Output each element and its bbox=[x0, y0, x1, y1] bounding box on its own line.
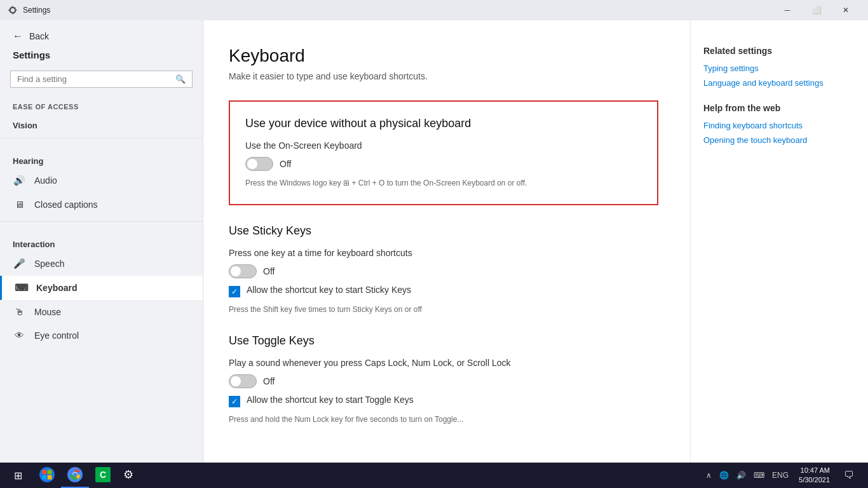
toggle-keys-toggle[interactable] bbox=[229, 374, 257, 388]
maximize-button[interactable]: ⬜ bbox=[802, 0, 831, 20]
help-title: Help from the web bbox=[703, 103, 855, 113]
page-subtitle: Make it easier to type and use keyboard … bbox=[229, 71, 658, 81]
vision-category: Vision bbox=[0, 113, 203, 133]
speech-icon: 🎤 bbox=[13, 258, 25, 269]
sticky-keys-toggle-state: Off bbox=[263, 266, 275, 276]
tray-network[interactable]: 🌐 bbox=[717, 471, 731, 480]
speech-label: Speech bbox=[34, 259, 64, 269]
windows-icon bbox=[41, 469, 53, 480]
sidebar-item-speech[interactable]: 🎤 Speech bbox=[0, 252, 203, 276]
toggle-keys-heading: Use Toggle Keys bbox=[229, 334, 658, 348]
chrome-svg bbox=[69, 468, 81, 481]
toggle-keys-section: Use Toggle Keys Play a sound whenever yo… bbox=[229, 334, 658, 425]
divider-hearing bbox=[0, 138, 203, 139]
titlebar: Settings ─ ⬜ ✕ bbox=[0, 0, 868, 20]
close-button[interactable]: ✕ bbox=[831, 0, 860, 20]
ease-of-access-label: Ease of Access bbox=[0, 98, 203, 113]
sticky-keys-checkbox[interactable]: ✓ bbox=[229, 286, 240, 297]
on-screen-heading: Use your device without a physical keybo… bbox=[245, 117, 642, 130]
typing-settings-link[interactable]: Typing settings bbox=[703, 64, 855, 73]
back-arrow-icon: ← bbox=[13, 30, 23, 42]
start-icon: ⊞ bbox=[14, 470, 22, 482]
tray-keyboard[interactable]: ⌨ bbox=[751, 471, 767, 480]
checkmark-icon: ✓ bbox=[231, 287, 238, 296]
closed-captions-label: Closed captions bbox=[34, 200, 98, 210]
sticky-keys-toggle-row: Off bbox=[229, 264, 658, 278]
on-screen-toggle-state: Off bbox=[280, 159, 291, 169]
main-content: Keyboard Make it easier to type and use … bbox=[203, 20, 690, 463]
sidebar-item-keyboard[interactable]: ⌨ Keyboard bbox=[0, 276, 203, 300]
toggle-keys-toggle-row: Off bbox=[229, 374, 658, 388]
touch-keyboard-link[interactable]: Opening the touch keyboard bbox=[703, 135, 855, 145]
sidebar-item-audio[interactable]: 🔊 Audio bbox=[0, 168, 203, 193]
finding-shortcuts-link[interactable]: Finding keyboard shortcuts bbox=[703, 121, 855, 130]
on-screen-toggle-label: Use the On-Screen Keyboard bbox=[245, 140, 642, 151]
toggle-checkmark-icon: ✓ bbox=[231, 397, 238, 406]
sidebar: ← Back Settings 🔍 Ease of Access Vision … bbox=[0, 20, 203, 463]
window-controls: ─ ⬜ ✕ bbox=[773, 0, 860, 20]
sidebar-item-mouse[interactable]: 🖱 Mouse bbox=[0, 300, 203, 323]
toggle-keys-toggle-state: Off bbox=[263, 376, 275, 386]
page-title: Keyboard bbox=[229, 46, 658, 66]
back-button[interactable]: ← Back bbox=[0, 20, 203, 47]
hearing-category: Hearing bbox=[0, 149, 203, 168]
related-settings-title: Related settings bbox=[703, 46, 855, 56]
crashplan-icon: C bbox=[95, 467, 111, 482]
taskbar-crashplan[interactable]: C bbox=[89, 463, 117, 488]
sticky-keys-checkbox-row: ✓ Allow the shortcut key to start Sticky… bbox=[229, 285, 658, 297]
sticky-keys-checkbox-label: Allow the shortcut key to start Sticky K… bbox=[247, 285, 411, 295]
toggle-keys-checkbox[interactable]: ✓ bbox=[229, 396, 240, 407]
keyboard-label: Keyboard bbox=[36, 283, 78, 293]
on-screen-hint: Press the Windows logo key ⊞ + Ctrl + O … bbox=[245, 177, 627, 189]
svg-point-5 bbox=[73, 473, 78, 477]
toggle-keys-toggle-label: Play a sound whenever you press Caps Loc… bbox=[229, 358, 658, 368]
chrome-icon bbox=[67, 467, 83, 482]
notification-icon: 🗨 bbox=[844, 470, 854, 481]
system-tray: ∧ 🌐 🔊 ⌨ ENG 10:47 AM 5/30/2021 🗨 bbox=[698, 463, 865, 488]
search-input[interactable] bbox=[17, 74, 175, 84]
minimize-button[interactable]: ─ bbox=[773, 0, 802, 20]
closed-captions-icon: 🖥 bbox=[13, 199, 25, 210]
sticky-keys-heading: Use Sticky Keys bbox=[229, 224, 658, 238]
sticky-keys-toggle-label: Press one key at a time for keyboard sho… bbox=[229, 248, 658, 258]
tray-arrow[interactable]: ∧ bbox=[703, 471, 714, 480]
search-app-icon bbox=[39, 467, 55, 482]
mouse-label: Mouse bbox=[34, 307, 61, 317]
taskbar-chrome[interactable] bbox=[61, 463, 89, 488]
app-body: ← Back Settings 🔍 Ease of Access Vision … bbox=[0, 20, 868, 463]
toggle-keys-checkbox-row: ✓ Allow the shortcut key to start Toggle… bbox=[229, 395, 658, 407]
language-keyboard-link[interactable]: Language and keyboard settings bbox=[703, 78, 855, 88]
tray-volume[interactable]: 🔊 bbox=[734, 471, 749, 480]
search-box[interactable]: 🔍 bbox=[10, 71, 193, 88]
on-screen-keyboard-section: Use your device without a physical keybo… bbox=[229, 100, 658, 205]
svg-rect-0 bbox=[43, 470, 47, 475]
clock-date: 5/30/2021 bbox=[799, 475, 830, 485]
start-button[interactable]: ⊞ bbox=[3, 463, 33, 488]
taskbar: ⊞ C ⚙ ∧ bbox=[0, 463, 868, 488]
audio-icon: 🔊 bbox=[13, 175, 25, 186]
notification-button[interactable]: 🗨 bbox=[837, 463, 860, 488]
settings-icon bbox=[8, 5, 18, 15]
tray-lang[interactable]: ENG bbox=[770, 471, 791, 480]
divider-interaction bbox=[0, 221, 203, 222]
right-panel: Related settings Typing settings Languag… bbox=[690, 20, 868, 463]
svg-rect-2 bbox=[43, 475, 47, 480]
eye-control-label: Eye control bbox=[34, 330, 79, 341]
on-screen-keyboard-toggle[interactable] bbox=[245, 157, 273, 171]
sticky-keys-hint: Press the Shift key five times to turn S… bbox=[229, 304, 610, 315]
eye-icon: 👁 bbox=[13, 330, 25, 341]
tray-clock[interactable]: 10:47 AM 5/30/2021 bbox=[794, 466, 835, 485]
sidebar-item-closed-captions[interactable]: 🖥 Closed captions bbox=[0, 193, 203, 216]
keyboard-icon: ⌨ bbox=[15, 282, 27, 294]
taskbar-settings-app[interactable]: ⚙ bbox=[117, 463, 140, 488]
mouse-icon: 🖱 bbox=[13, 306, 25, 317]
search-icon: 🔍 bbox=[175, 74, 186, 84]
back-label: Back bbox=[29, 31, 49, 41]
taskbar-search[interactable] bbox=[33, 463, 61, 488]
sidebar-item-eye-control[interactable]: 👁 Eye control bbox=[0, 323, 203, 347]
toggle-keys-checkbox-label: Allow the shortcut key to start Toggle K… bbox=[247, 395, 414, 405]
clock-time: 10:47 AM bbox=[799, 466, 830, 475]
audio-label: Audio bbox=[34, 175, 57, 186]
svg-rect-3 bbox=[48, 475, 52, 480]
sticky-keys-toggle[interactable] bbox=[229, 264, 257, 278]
